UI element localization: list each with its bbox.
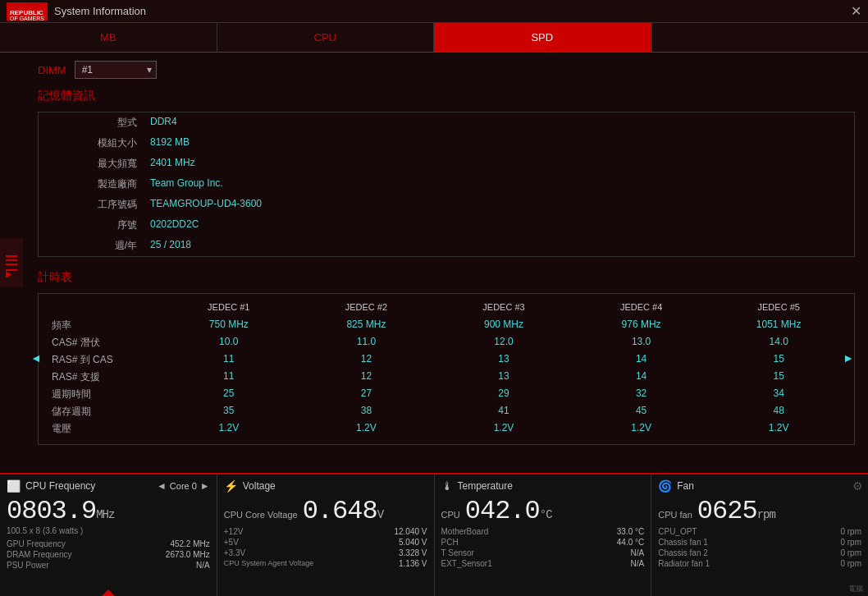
timing-col-headers: JEDEC #1 JEDEC #2 JEDEC #3 JEDEC #4 JEDE… — [45, 300, 847, 314]
tab-spd[interactable]: SPD — [434, 23, 651, 52]
info-row-size: 模組大小 8192 MB — [39, 133, 854, 154]
temp-panel-header: 🌡 Temperature — [441, 479, 645, 493]
cpu-panel-nav: ◄ Core 0 ► — [157, 480, 210, 492]
sidebar-toggle[interactable]: ▶ — [0, 238, 23, 287]
timing-table: JEDEC #1 JEDEC #2 JEDEC #3 JEDEC #4 JEDE… — [38, 293, 855, 445]
fan-radiator-row: Radiator fan 1 0 rpm — [658, 558, 861, 569]
tab-mb[interactable]: MB — [0, 23, 217, 52]
temperature-panel: 🌡 Temperature CPU 042.0°C MotherBoard 33… — [435, 475, 652, 596]
voltage-panel: ⚡ Voltage CPU Core Voltage 0.648V +12V 1… — [217, 475, 435, 596]
bottom-bar: ⬜ CPU Frequency ◄ Core 0 ► 0803.9MHz 100… — [0, 473, 868, 596]
temp-tsensor-row: T Sensor N/A — [441, 548, 645, 558]
voltage-33v-row: +3.3V 3.328 V — [224, 548, 427, 558]
voltage-icon: ⚡ — [224, 479, 238, 493]
temp-main-row: CPU 042.0°C — [441, 496, 645, 526]
temp-big-label: CPU — [441, 510, 460, 520]
dimm-row: DIMM #1 #2 #3 #4 — [38, 61, 855, 79]
timing-row-store: 儲存週期 35 38 41 45 48 — [45, 403, 847, 420]
fan-icon: 🌀 — [658, 479, 672, 493]
cpu-nav-prev[interactable]: ◄ — [157, 480, 167, 492]
cpu-frequency-panel: ⬜ CPU Frequency ◄ Core 0 ► 0803.9MHz 100… — [0, 475, 217, 596]
voltage-12v-row: +12V 12.040 V — [224, 526, 427, 537]
cpu-gpu-freq-row: GPU Frequency 452.2 MHz — [7, 539, 210, 549]
tab-bar: MB CPU SPD — [0, 23, 868, 53]
close-button[interactable]: ✕ — [851, 3, 861, 19]
window-title: System Information — [54, 5, 146, 17]
fan-chassis2-row: Chassis fan 2 0 rpm — [658, 548, 861, 558]
voltage-cpu-sa-row: CPU System Agent Voltage 1.136 V — [224, 558, 427, 569]
dimm-select[interactable]: #1 #2 #3 #4 — [75, 61, 157, 79]
temp-ext-row: EXT_Sensor1 N/A — [441, 558, 645, 569]
info-row-type: 型式 DDR4 — [39, 112, 854, 133]
cpu-panel-title: CPU Frequency — [25, 480, 95, 492]
timing-row-cycle: 週期時間 25 27 29 32 34 — [45, 386, 847, 403]
scroll-right-arrow[interactable]: ► — [843, 351, 854, 364]
timing-row-rascas: RAS# 到 CAS 11 12 13 14 15 ◄ ► — [45, 351, 847, 369]
memory-info-table: 型式 DDR4 模組大小 8192 MB 最大頻寬 2401 MHz 製造廠商 … — [38, 112, 855, 257]
cpu-panel-tri — [102, 589, 115, 596]
cpu-panel-header: ⬜ CPU Frequency ◄ Core 0 ► — [7, 479, 210, 493]
info-row-manufacturer: 製造廠商 Team Group Inc. — [39, 174, 854, 195]
info-row-serial: 序號 0202DD2C — [39, 215, 854, 236]
temp-panel-title: Temperature — [458, 480, 513, 492]
fan-panel-header: 🌀 Fan — [658, 479, 861, 493]
fan-chassis1-row: Chassis fan 1 0 rpm — [658, 537, 861, 548]
memory-section-title: 記憶體資訊 — [38, 89, 855, 103]
fan-panel-title: Fan — [677, 480, 694, 492]
temp-pch-row: PCH 44.0 °C — [441, 537, 645, 548]
tab-empty — [651, 23, 869, 52]
fan-big-label: CPU fan — [658, 510, 692, 520]
rog-logo: REPUBLIC OF GAMERS — [7, 2, 48, 21]
voltage-5v-row: +5V 5.040 V — [224, 537, 427, 548]
fan-cpu-opt-row: CPU_OPT 0 rpm — [658, 526, 861, 537]
fan-big-value: 0625rpm — [697, 496, 775, 526]
fan-panel: 🌀 Fan CPU fan 0625rpm CPU_OPT 0 rpm Chas… — [651, 475, 868, 596]
cpu-nav-next[interactable]: ► — [200, 480, 210, 492]
voltage-big-value: 0.648V — [303, 496, 383, 526]
voltage-big-label: CPU Core Voltage — [224, 510, 298, 520]
timing-row-ras: RAS# 支援 11 12 13 14 15 — [45, 369, 847, 386]
cpu-dram-freq-row: DRAM Frequency 2673.0 MHz — [7, 549, 210, 560]
dimm-label: DIMM — [38, 64, 66, 76]
cpu-icon: ⬜ — [7, 479, 21, 493]
tab-cpu[interactable]: CPU — [217, 23, 435, 52]
temp-icon: 🌡 — [441, 479, 453, 493]
voltage-panel-header: ⚡ Voltage — [224, 479, 427, 493]
voltage-panel-title: Voltage — [243, 480, 276, 492]
cpu-big-value: 0803.9MHz — [7, 496, 210, 526]
voltage-main-row: CPU Core Voltage 0.648V — [224, 496, 427, 526]
cpu-psu-row: PSU Power N/A — [7, 560, 210, 571]
svg-text:OF GAMERS: OF GAMERS — [10, 16, 44, 21]
watermark: 電腦 — [848, 584, 863, 594]
scroll-left-arrow[interactable]: ◄ — [30, 351, 42, 364]
main-content: ▶ DIMM #1 #2 #3 #4 記憶體資訊 型式 DDR4 模組大小 81… — [0, 53, 868, 473]
cpu-sub-info: 100.5 x 8 (3.6 watts ) — [7, 526, 210, 535]
dimm-select-wrap[interactable]: #1 #2 #3 #4 — [75, 61, 157, 79]
info-row-bandwidth: 最大頻寬 2401 MHz — [39, 154, 854, 174]
title-bar: REPUBLIC OF GAMERS System Information ✕ — [0, 0, 868, 23]
temp-mb-row: MotherBoard 33.0 °C — [441, 526, 645, 537]
info-row-partnum: 工序號碼 TEAMGROUP-UD4-3600 — [39, 195, 854, 215]
cpu-nav-label: Core 0 — [170, 481, 197, 491]
temp-big-value: 042.0°C — [465, 496, 552, 526]
memory-section: 記憶體資訊 型式 DDR4 模組大小 8192 MB 最大頻寬 2401 MHz… — [38, 89, 855, 257]
fan-main-row: CPU fan 0625rpm — [658, 496, 861, 526]
timing-section: 計時表 JEDEC #1 JEDEC #2 JEDEC #3 JEDEC #4 … — [38, 270, 855, 445]
timing-row-freq: 頻率 750 MHz 825 MHz 900 MHz 976 MHz 1051 … — [45, 317, 847, 334]
info-row-weekyear: 週/年 25 / 2018 — [39, 236, 854, 256]
timing-row-cas: CAS# 潛伏 10.0 11.0 12.0 13.0 14.0 — [45, 334, 847, 351]
gear-icon[interactable]: ⚙ — [852, 479, 863, 493]
timing-section-title: 計時表 — [38, 270, 855, 285]
timing-row-voltage: 電壓 1.2V 1.2V 1.2V 1.2V 1.2V — [45, 420, 847, 438]
